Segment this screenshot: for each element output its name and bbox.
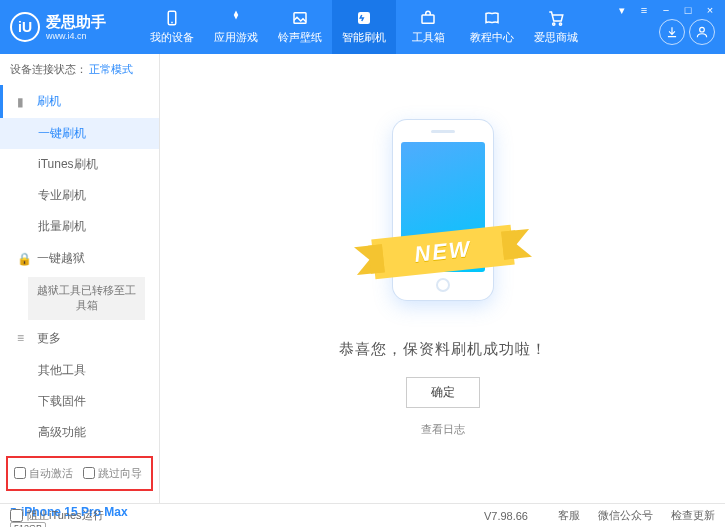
- section-jailbreak[interactable]: 🔒 一键越狱: [0, 242, 159, 275]
- section-flash[interactable]: ▮ 刷机: [0, 85, 159, 118]
- skip-setup-checkbox[interactable]: 跳过向导: [83, 466, 142, 481]
- list-icon: ≡: [17, 331, 31, 345]
- nav-tutorials[interactable]: 教程中心: [460, 0, 524, 54]
- device-status: 设备连接状态：正常模式: [0, 54, 159, 85]
- minimize-button[interactable]: −: [659, 4, 673, 17]
- top-nav: 我的设备 应用游戏 铃声壁纸 智能刷机 工具箱 教程中心 爱思商城: [140, 0, 659, 54]
- main-content: NEW 恭喜您，保资料刷机成功啦！ 确定 查看日志: [160, 54, 725, 503]
- menu-batch-flash[interactable]: 批量刷机: [0, 211, 159, 242]
- version-label: V7.98.66: [484, 510, 528, 522]
- update-link[interactable]: 检查更新: [671, 508, 715, 523]
- support-link[interactable]: 客服: [558, 508, 580, 523]
- view-log-link[interactable]: 查看日志: [421, 422, 465, 437]
- ok-button[interactable]: 确定: [406, 377, 480, 408]
- book-icon: [482, 9, 502, 27]
- pin-button[interactable]: ▾: [615, 4, 629, 17]
- download-button[interactable]: [659, 19, 685, 45]
- phone-illustration: NEW: [383, 120, 503, 320]
- user-button[interactable]: [689, 19, 715, 45]
- maximize-button[interactable]: □: [681, 4, 695, 17]
- lock-icon: 🔒: [17, 252, 31, 266]
- svg-point-7: [700, 27, 705, 32]
- section-more[interactable]: ≡ 更多: [0, 322, 159, 355]
- refresh-icon: [354, 9, 374, 27]
- menu-advanced[interactable]: 高级功能: [0, 417, 159, 448]
- nav-store[interactable]: 爱思商城: [524, 0, 588, 54]
- menu-button[interactable]: ≡: [637, 4, 651, 17]
- auto-activate-checkbox[interactable]: 自动激活: [14, 466, 73, 481]
- cart-icon: [546, 9, 566, 27]
- nav-apps[interactable]: 应用游戏: [204, 0, 268, 54]
- menu-other-tools[interactable]: 其他工具: [0, 355, 159, 386]
- svg-point-6: [559, 23, 561, 25]
- success-message: 恭喜您，保资料刷机成功啦！: [339, 340, 547, 359]
- logo[interactable]: iU 爱思助手 www.i4.cn: [10, 12, 140, 42]
- app-title: 爱思助手: [46, 13, 106, 31]
- toolbox-icon: [418, 9, 438, 27]
- nav-flash[interactable]: 智能刷机: [332, 0, 396, 54]
- device-icon: [162, 9, 182, 27]
- block-itunes-checkbox[interactable]: 阻止iTunes运行: [10, 508, 104, 523]
- image-icon: [290, 9, 310, 27]
- nav-my-device[interactable]: 我的设备: [140, 0, 204, 54]
- menu-pro-flash[interactable]: 专业刷机: [0, 180, 159, 211]
- options-box: 自动激活 跳过向导: [6, 456, 153, 491]
- phone-icon: ▮: [17, 95, 31, 109]
- close-button[interactable]: ×: [703, 4, 717, 17]
- jailbreak-note[interactable]: 越狱工具已转移至工具箱: [28, 277, 145, 320]
- logo-icon: iU: [10, 12, 40, 42]
- nav-toolbox[interactable]: 工具箱: [396, 0, 460, 54]
- svg-point-5: [553, 23, 555, 25]
- menu-itunes-flash[interactable]: iTunes刷机: [0, 149, 159, 180]
- menu-one-click-flash[interactable]: 一键刷机: [0, 118, 159, 149]
- menu-download-firmware[interactable]: 下载固件: [0, 386, 159, 417]
- svg-rect-4: [422, 15, 434, 23]
- wechat-link[interactable]: 微信公众号: [598, 508, 653, 523]
- apps-icon: [226, 9, 246, 27]
- sidebar: 设备连接状态：正常模式 ▮ 刷机 一键刷机 iTunes刷机 专业刷机 批量刷机…: [0, 54, 160, 503]
- nav-ringtones[interactable]: 铃声壁纸: [268, 0, 332, 54]
- app-subtitle: www.i4.cn: [46, 31, 106, 42]
